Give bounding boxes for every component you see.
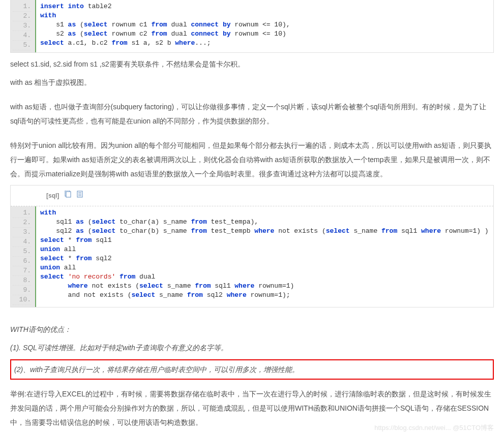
line-number: 3. <box>13 21 31 31</box>
code-lines[interactable]: insert into table2with s1 as (select row… <box>35 0 493 52</box>
line-number: 3. <box>13 228 31 237</box>
code-lines[interactable]: with sql1 as (select to_char(a) s_name f… <box>35 206 493 307</box>
line-number: 2. <box>13 218 31 228</box>
code-block-1: 1.2.3.4.5. insert into table2with s1 as … <box>10 0 494 53</box>
code-header: [sql] <box>11 186 493 206</box>
line-number: 2. <box>13 12 31 21</box>
code-line[interactable]: sql2 as (select to_char(b) s_name from t… <box>40 227 489 236</box>
code-body: 1.2.3.4.5.6.7.8.9.10. with sql1 as (sele… <box>11 206 493 307</box>
highlight-box: (2)、with子查询只执行一次，将结果存储在用户临时表空间中，可以引用多次，增… <box>10 359 494 380</box>
italic-para-2: (1). SQL可读性增强。比如对于特定with子查询取个有意义的名字等。 <box>10 341 494 354</box>
code-line[interactable]: with <box>40 11 489 20</box>
line-gutter: 1.2.3.4.5.6.7.8.9.10. <box>11 206 35 307</box>
code-line[interactable]: s1 as (select rownum c1 from dual connec… <box>40 20 489 29</box>
code-line[interactable]: union all <box>40 263 489 272</box>
italic-para-1: WITH语句的优点： <box>10 323 494 336</box>
code-line[interactable]: select a.c1, b.c2 from s1 a, s2 b where.… <box>40 39 489 48</box>
code-line[interactable]: select 'no records' from dual <box>40 272 489 282</box>
code-body: 1.2.3.4.5. insert into table2with s1 as … <box>11 0 493 52</box>
code-line[interactable]: and not exists (select s_name from sql2 … <box>40 291 489 300</box>
line-number: 7. <box>13 266 31 276</box>
line-number: 9. <box>13 286 31 295</box>
line-gutter: 1.2.3.4.5. <box>11 0 35 52</box>
code-line[interactable]: union all <box>40 245 489 254</box>
svg-rect-1 <box>66 192 71 197</box>
line-number: 10. <box>13 295 31 305</box>
code-line[interactable]: select * from sql2 <box>40 254 489 263</box>
paragraph-5: 举例:在进行导入EXCEL的过程中，有时候，需要将数据存储在临时表中，当下一次在… <box>10 387 494 429</box>
view-icon[interactable] <box>76 191 83 201</box>
paragraph-1: select s1.sid, s2.sid from s1 ,s2需要有关联条件… <box>10 57 494 71</box>
code-line[interactable]: where not exists (select s_name from sql… <box>40 282 489 291</box>
line-number: 4. <box>13 31 31 41</box>
italic-para-3: (2)、with子查询只执行一次，将结果存储在用户临时表空间中，可以引用多次，增… <box>14 365 299 374</box>
code-line[interactable]: s2 as (select rownum c2 from dual connec… <box>40 29 489 39</box>
code-line[interactable]: select * from sql1 <box>40 236 489 245</box>
paragraph-3: with as短语，也叫做子查询部分(subquery factoring)，可… <box>10 100 494 128</box>
line-number: 1. <box>13 208 31 218</box>
code-block-2: [sql] 1.2.3.4.5.6.7.8.9.10. with sql1 as… <box>10 185 494 307</box>
line-number: 5. <box>13 247 31 257</box>
language-tag: [sql] <box>46 192 59 200</box>
line-number: 5. <box>13 41 31 50</box>
line-number: 8. <box>13 276 31 286</box>
line-number: 4. <box>13 237 31 247</box>
code-line[interactable]: with <box>40 208 489 218</box>
line-number: 6. <box>13 257 31 266</box>
paragraph-2: with as 相当于虚拟视图。 <box>10 75 494 89</box>
code-line[interactable]: insert into table2 <box>40 2 489 11</box>
copy-icon[interactable] <box>64 191 71 201</box>
code-line[interactable]: sql1 as (select to_char(a) s_name from t… <box>40 218 489 227</box>
paragraph-4: 特别对于union all比较有用。因为union all的每个部分可能相同，但… <box>10 138 494 181</box>
line-number: 1. <box>13 2 31 12</box>
